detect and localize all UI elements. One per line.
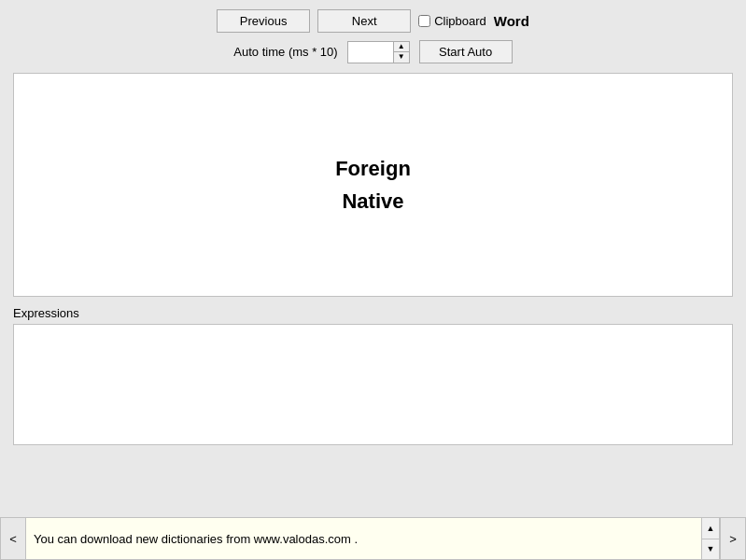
expressions-label: Expressions [13,306,733,320]
clipboard-checkbox[interactable] [418,15,430,27]
auto-time-input[interactable]: 100 [348,42,393,62]
right-arrow-icon: > [729,532,737,546]
next-button[interactable]: Next [317,9,411,33]
spinner-buttons: ▲ ▼ [393,42,409,63]
foreign-word: Foreign [335,152,411,185]
scroll-up-button[interactable]: ▲ [702,518,719,539]
bottom-left-arrow[interactable]: < [0,517,26,560]
left-arrow-icon: < [9,532,17,546]
word-label: Word [494,13,529,29]
spinner-down-button[interactable]: ▼ [394,52,409,63]
main-text: Foreign Native [335,152,411,217]
second-toolbar: Auto time (ms * 10) 100 ▲ ▼ Start Auto [0,40,746,73]
auto-time-label: Auto time (ms * 10) [233,45,337,59]
bottom-scroll-controls: ▲ ▼ [701,517,720,560]
previous-button[interactable]: Previous [217,9,310,33]
bottom-bar: < You can download new dictionaries from… [0,517,746,560]
main-display-area: Foreign Native [13,73,733,297]
auto-time-spinner: 100 ▲ ▼ [347,41,410,63]
scroll-down-button[interactable]: ▼ [702,539,719,560]
clipboard-label[interactable]: Clipboard [418,14,486,28]
expressions-box [13,324,733,445]
native-word: Native [335,185,411,217]
bottom-right-arrow[interactable]: > [720,517,746,560]
clipboard-text: Clipboard [434,14,486,28]
spinner-up-button[interactable]: ▲ [394,42,409,52]
expressions-section: Expressions [13,306,733,445]
top-toolbar: Previous Next Clipboard Word [0,0,746,40]
start-auto-button[interactable]: Start Auto [419,40,513,63]
status-message: You can download new dictionaries from w… [26,517,701,560]
status-text: You can download new dictionaries from w… [34,532,358,546]
